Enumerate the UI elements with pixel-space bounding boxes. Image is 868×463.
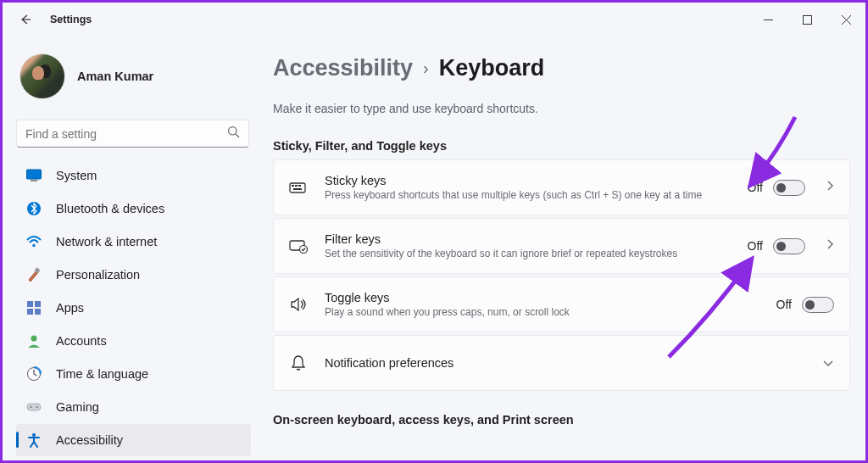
svg-point-15 xyxy=(36,406,38,408)
chevron-down-icon[interactable] xyxy=(822,355,834,371)
section-header: Sticky, Filter, and Toggle keys xyxy=(273,139,850,153)
row-desc: Press keyboard shortcuts that use multip… xyxy=(325,189,731,201)
window-title: Settings xyxy=(50,14,92,25)
sticky-keys-toggle[interactable] xyxy=(773,180,805,196)
row-sticky-keys[interactable]: Sticky keys Press keyboard shortcuts tha… xyxy=(273,159,850,215)
nav-list: System Bluetooth & devices Network & int… xyxy=(16,159,251,456)
sidebar-item-apps[interactable]: Apps xyxy=(16,292,251,324)
chevron-right-icon: › xyxy=(423,59,429,78)
sidebar-item-network[interactable]: Network & internet xyxy=(16,226,251,258)
svg-point-16 xyxy=(32,433,36,437)
back-button[interactable] xyxy=(9,3,42,36)
svg-rect-8 xyxy=(35,301,41,307)
sidebar-item-system[interactable]: System xyxy=(16,159,251,192)
svg-rect-0 xyxy=(803,15,811,24)
toggle-state: Off xyxy=(748,239,763,253)
breadcrumb: Accessibility › Keyboard xyxy=(273,55,850,81)
sidebar-item-accessibility[interactable]: Accessibility xyxy=(16,424,251,456)
chevron-right-icon[interactable] xyxy=(826,180,834,195)
row-desc: Set the sensitivity of the keyboard so i… xyxy=(325,248,731,259)
row-title: Filter keys xyxy=(325,232,731,246)
svg-point-14 xyxy=(31,406,32,408)
sidebar-item-label: System xyxy=(56,169,97,182)
page-title: Keyboard xyxy=(439,55,545,81)
search-input[interactable] xyxy=(25,127,227,141)
close-button[interactable] xyxy=(826,3,865,36)
content-area: Accessibility › Keyboard Make it easier … xyxy=(259,36,865,460)
sidebar-item-label: Network & internet xyxy=(56,235,157,248)
apps-icon xyxy=(26,300,42,315)
wifi-icon xyxy=(26,234,42,249)
sidebar-item-label: Apps xyxy=(56,301,84,315)
avatar xyxy=(19,53,65,99)
sidebar-item-time[interactable]: Time & language xyxy=(16,358,251,390)
sticky-keys-icon xyxy=(289,178,308,197)
sidebar-item-label: Gaming xyxy=(56,400,99,414)
system-icon xyxy=(26,168,42,183)
sidebar-item-label: Personalization xyxy=(56,268,140,282)
svg-rect-7 xyxy=(27,301,33,307)
svg-point-1 xyxy=(229,127,236,135)
profile-name: Aman Kumar xyxy=(77,70,153,83)
chevron-right-icon[interactable] xyxy=(826,238,834,254)
svg-rect-3 xyxy=(31,180,37,181)
sidebar-item-label: Bluetooth & devices xyxy=(56,202,164,215)
profile-block[interactable]: Aman Kumar xyxy=(19,53,244,99)
svg-rect-10 xyxy=(35,309,41,315)
sidebar-item-bluetooth[interactable]: Bluetooth & devices xyxy=(16,192,251,225)
row-title: Notification preferences xyxy=(325,356,802,370)
section-header: On-screen keyboard, access keys, and Pri… xyxy=(273,413,850,427)
filter-keys-toggle[interactable] xyxy=(773,238,805,254)
svg-rect-18 xyxy=(292,185,294,187)
row-notification-prefs[interactable]: Notification preferences xyxy=(273,335,850,391)
brush-icon xyxy=(26,267,42,282)
svg-point-11 xyxy=(31,336,37,342)
svg-rect-17 xyxy=(290,183,305,192)
sidebar: Aman Kumar System Bluetooth & devices Ne… xyxy=(3,36,259,460)
svg-rect-13 xyxy=(27,404,41,410)
svg-rect-2 xyxy=(27,170,42,179)
bluetooth-icon xyxy=(26,201,42,216)
sidebar-item-personalization[interactable]: Personalization xyxy=(16,259,251,291)
svg-rect-9 xyxy=(27,309,33,315)
sidebar-item-gaming[interactable]: Gaming xyxy=(16,391,251,423)
svg-rect-21 xyxy=(293,188,302,190)
svg-rect-20 xyxy=(298,185,301,187)
svg-rect-19 xyxy=(295,185,298,187)
clock-icon xyxy=(26,366,42,382)
speaker-icon xyxy=(289,295,308,314)
search-box[interactable] xyxy=(16,120,249,148)
game-icon xyxy=(26,399,42,415)
row-toggle-keys[interactable]: Toggle keys Play a sound when you press … xyxy=(273,276,850,332)
row-title: Sticky keys xyxy=(325,174,731,187)
toggle-state: Off xyxy=(776,298,792,311)
minimize-button[interactable] xyxy=(748,3,787,36)
row-filter-keys[interactable]: Filter keys Set the sensitivity of the k… xyxy=(273,218,850,274)
search-icon xyxy=(227,126,240,142)
bell-icon xyxy=(289,354,308,372)
svg-point-5 xyxy=(32,244,35,247)
filter-keys-icon xyxy=(289,237,308,255)
sidebar-item-label: Accounts xyxy=(56,334,107,348)
maximize-button[interactable] xyxy=(787,3,826,36)
row-title: Toggle keys xyxy=(325,291,760,304)
breadcrumb-parent[interactable]: Accessibility xyxy=(273,55,413,81)
toggle-state: Off xyxy=(748,181,763,194)
sidebar-item-accounts[interactable]: Accounts xyxy=(16,325,251,357)
person-icon xyxy=(26,333,42,349)
toggle-keys-toggle[interactable] xyxy=(802,297,834,313)
row-desc: Play a sound when you press caps, num, o… xyxy=(325,306,760,318)
sidebar-item-label: Accessibility xyxy=(56,433,123,447)
page-subtitle: Make it easier to type and use keyboard … xyxy=(273,102,850,115)
sidebar-item-label: Time & language xyxy=(56,367,148,381)
accessibility-icon xyxy=(26,432,42,448)
